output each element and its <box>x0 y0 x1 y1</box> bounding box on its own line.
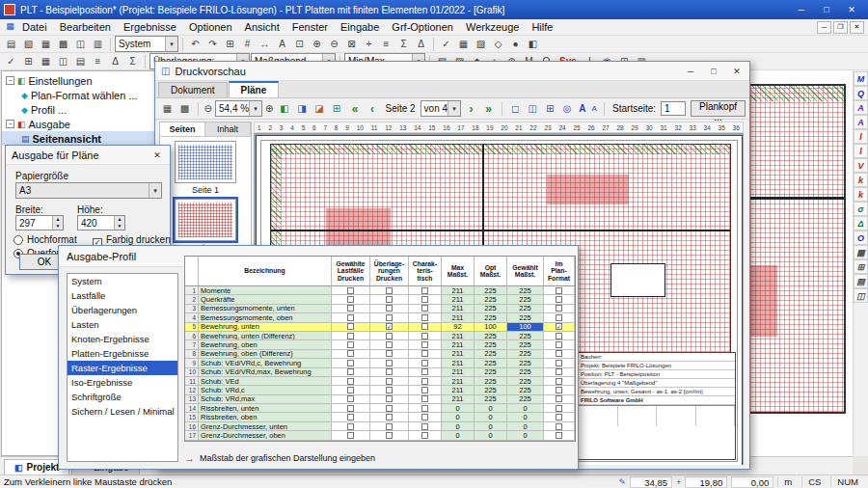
max-massstab-value[interactable]: 0 <box>442 413 475 421</box>
row-checkbox[interactable] <box>332 305 370 313</box>
row-checkbox[interactable] <box>370 305 409 313</box>
plan-format-checkbox[interactable] <box>544 286 575 295</box>
grid2-icon[interactable]: ⊞ <box>20 54 37 68</box>
opt-massstab-value[interactable]: 225 <box>475 286 507 295</box>
menu-ansicht[interactable]: Ansicht <box>245 21 280 33</box>
gewaehlt-massstab-value[interactable]: 0 <box>507 404 544 413</box>
k1-button[interactable]: k <box>854 173 868 187</box>
menu-fenster[interactable]: Fenster <box>292 21 328 33</box>
delta-button[interactable]: Δ <box>854 216 868 230</box>
reinforcement-top-button[interactable]: A <box>854 115 868 129</box>
gewaehlt-massstab-value[interactable]: 225 <box>507 286 544 295</box>
shear-button[interactable]: Q <box>854 86 868 100</box>
mdi-minimize-button[interactable]: ─ <box>817 21 831 34</box>
plan-format-checkbox[interactable] <box>544 413 575 421</box>
mesh-icon[interactable]: ▦ <box>455 37 472 51</box>
row-checkbox[interactable] <box>409 431 442 440</box>
expander-icon[interactable]: − <box>6 76 14 85</box>
opt-massstab-value[interactable]: 0 <box>475 431 507 440</box>
opt-massstab-value[interactable]: 225 <box>475 386 507 394</box>
row-checkbox[interactable] <box>332 431 370 440</box>
tree-item-ausgabe[interactable]: −◧Ausgabe <box>2 117 154 131</box>
plan-format-checkbox[interactable] <box>544 359 575 367</box>
row-checkbox[interactable] <box>332 422 370 431</box>
max-massstab-value[interactable]: 211 <box>442 350 475 359</box>
plan-format-checkbox[interactable] <box>544 395 575 404</box>
tab-seiten[interactable]: Seiten <box>160 122 205 136</box>
max-massstab-value[interactable]: 92 <box>442 323 475 332</box>
zoom-in-icon[interactable]: ⊕ <box>264 101 274 117</box>
plan-format-checkbox[interactable] <box>544 377 575 386</box>
preview-minimize-button[interactable]: ─ <box>684 67 697 76</box>
expander-icon[interactable]: − <box>6 120 14 128</box>
row-checkbox[interactable] <box>370 359 409 367</box>
row-checkbox[interactable] <box>370 422 409 431</box>
table-row[interactable]: 7Bewehrung, oben211225225 <box>185 340 575 349</box>
plan-format-checkbox[interactable] <box>544 313 575 322</box>
gewaehlt-massstab-value[interactable]: 0 <box>507 431 544 440</box>
mesh-view-button[interactable]: ▦ <box>854 245 868 259</box>
gewaehlt-massstab-value[interactable]: 225 <box>507 332 544 340</box>
row-checkbox[interactable] <box>370 377 409 386</box>
next-page-icon[interactable]: › <box>463 101 479 116</box>
row-checkbox[interactable] <box>332 413 370 421</box>
row-checkbox[interactable] <box>409 313 442 322</box>
max-massstab-value[interactable]: 211 <box>442 368 475 377</box>
row-checkbox[interactable] <box>332 359 370 367</box>
opt-massstab-value[interactable]: 225 <box>475 368 507 377</box>
plan-format-checkbox[interactable] <box>544 431 575 440</box>
max-massstab-value[interactable]: 211 <box>442 395 475 404</box>
row-checkbox[interactable] <box>332 340 370 349</box>
page-orange-icon[interactable]: ◪ <box>311 101 327 116</box>
gewaehlt-massstab-value[interactable]: 225 <box>507 395 544 404</box>
prev-page-icon[interactable]: ‹ <box>364 101 380 116</box>
gewaehlt-massstab-value[interactable]: 100 <box>507 323 544 332</box>
first-page-icon[interactable]: « <box>346 101 363 116</box>
profile-section-system[interactable]: System <box>68 274 177 288</box>
two-page-icon[interactable]: ◫ <box>525 101 541 116</box>
plan-format-checkbox[interactable] <box>544 332 575 340</box>
zoom-fit-icon[interactable]: ⊠ <box>343 37 360 51</box>
profile-section-schriftgröße[interactable]: Schriftgröße <box>68 390 177 404</box>
menu-eingabe[interactable]: Eingabe <box>340 21 379 33</box>
stepper-arrows-icon[interactable]: ▲▼ <box>114 216 124 230</box>
whole-page-icon[interactable]: ◎ <box>559 101 576 116</box>
new-document-icon[interactable]: ▤ <box>3 37 19 51</box>
row-checkbox[interactable] <box>409 368 442 377</box>
system-combo[interactable]: System ▾ <box>115 36 178 52</box>
row-checkbox[interactable] <box>332 332 370 340</box>
undo-icon[interactable]: ↶ <box>187 37 203 51</box>
sigma-icon[interactable]: Σ <box>124 54 141 68</box>
opt-massstab-value[interactable]: 0 <box>475 422 507 431</box>
table-row[interactable]: 11Schub: VEd211225225 <box>185 377 575 386</box>
point-icon[interactable]: ● <box>507 37 524 51</box>
table-row[interactable]: 10Schub: VEd/VRd,max, Bewehrung211225225 <box>185 368 575 377</box>
table-row[interactable]: 16Grenz-Durchmesser, unten000 <box>185 422 575 431</box>
pages-icon[interactable]: ◫ <box>55 54 71 68</box>
opt-massstab-value[interactable]: 225 <box>475 332 507 340</box>
page-blue-icon[interactable]: ◨ <box>293 101 310 116</box>
page-thumbnail-1[interactable]: Seite 1 <box>160 141 251 195</box>
plate-icon[interactable]: ◧ <box>525 37 541 51</box>
row-checkbox[interactable] <box>370 350 409 359</box>
page-grid-icon[interactable]: ⊞ <box>328 101 344 116</box>
opt-massstab-value[interactable]: 0 <box>475 413 507 421</box>
one-page-icon[interactable]: ◻ <box>507 101 524 116</box>
row-checkbox[interactable] <box>409 350 442 359</box>
table-row[interactable]: 13Schub: VRd,max211225225 <box>185 395 575 404</box>
row-checkbox[interactable] <box>370 286 409 295</box>
row-checkbox[interactable] <box>409 286 442 295</box>
profile-section-sichern-lesen-minimal[interactable]: Sichern / Lesen / Minimal <box>68 404 177 419</box>
text-icon[interactable]: A <box>274 37 290 51</box>
row-checkbox[interactable] <box>332 404 370 413</box>
menu-datei[interactable]: Datei <box>22 21 47 33</box>
row-checkbox[interactable]: ✓ <box>370 323 409 332</box>
profile-section-platten-ergebnisse[interactable]: Platten-Ergebnisse <box>68 346 177 361</box>
row-checkbox[interactable] <box>370 431 409 440</box>
row-checkbox[interactable] <box>370 368 409 377</box>
last-page-icon[interactable]: » <box>480 101 497 116</box>
node-icon[interactable]: ◇ <box>490 37 506 51</box>
opt-massstab-value[interactable]: 225 <box>475 359 507 367</box>
tree-item-einstellungen[interactable]: −◧Einstellungen <box>2 73 154 88</box>
font-decrease-icon[interactable]: A <box>589 101 599 117</box>
